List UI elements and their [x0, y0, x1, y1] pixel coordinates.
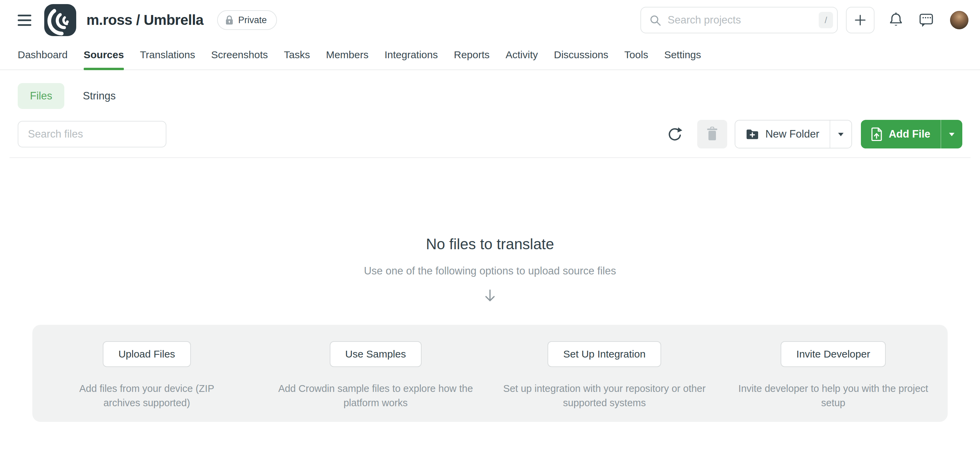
- refresh-button[interactable]: [666, 125, 684, 143]
- refresh-icon: [667, 126, 683, 142]
- files-toolbar: New Folder Add File: [18, 120, 962, 149]
- lock-icon: [224, 15, 234, 25]
- search-shortcut-hint: /: [819, 12, 833, 28]
- add-file-button[interactable]: Add File: [861, 120, 940, 149]
- create-project-button[interactable]: [846, 7, 875, 34]
- toolbar-divider: [10, 157, 970, 158]
- tab-screenshots[interactable]: Screenshots: [211, 40, 268, 69]
- use-samples-option: Use Samples Add Crowdin sample files to …: [261, 325, 490, 410]
- invite-developer-button[interactable]: Invite Developer: [781, 341, 886, 367]
- top-bar: m.ross / Umbrella Private /: [0, 0, 980, 40]
- chevron-down-icon: [837, 132, 844, 137]
- set-up-integration-option: Set Up Integration Set up integration wi…: [490, 325, 719, 410]
- invite-developer-description: Invite developer to help you with the pr…: [735, 381, 932, 410]
- hamburger-menu-icon[interactable]: [18, 13, 33, 27]
- add-file-dropdown-button[interactable]: [940, 120, 962, 149]
- tab-integrations[interactable]: Integrations: [385, 40, 438, 69]
- privacy-badge-label: Private: [238, 15, 267, 26]
- set-up-integration-button[interactable]: Set Up Integration: [547, 341, 661, 367]
- empty-state-subtitle: Use one of the following options to uplo…: [18, 265, 962, 277]
- tab-sources[interactable]: Sources: [84, 40, 124, 69]
- project-nav-tabs: Dashboard Sources Translations Screensho…: [0, 40, 980, 70]
- tab-translations[interactable]: Translations: [140, 40, 195, 69]
- subtab-files[interactable]: Files: [18, 83, 64, 109]
- search-projects-input[interactable]: [640, 7, 838, 34]
- file-upload-icon: [871, 127, 883, 141]
- bell-icon: [889, 12, 903, 28]
- upload-files-button[interactable]: Upload Files: [103, 341, 191, 367]
- invite-developer-option: Invite Developer Invite developer to hel…: [719, 325, 948, 410]
- search-icon: [649, 14, 662, 27]
- upload-options-panel: Upload Files Add files from your device …: [32, 325, 948, 422]
- user-avatar[interactable]: [950, 11, 969, 29]
- tab-settings[interactable]: Settings: [664, 40, 701, 69]
- new-folder-split-button: New Folder: [735, 120, 852, 149]
- empty-state: No files to translate Use one of the fol…: [18, 236, 962, 304]
- notifications-button[interactable]: [889, 12, 903, 28]
- empty-state-title: No files to translate: [18, 236, 962, 252]
- upload-files-description: Add files from your device (ZIP archives…: [75, 381, 218, 410]
- delete-button[interactable]: [697, 120, 727, 149]
- global-search: /: [640, 7, 838, 34]
- chevron-down-icon: [948, 132, 955, 137]
- new-folder-dropdown-button[interactable]: [830, 121, 851, 148]
- use-samples-description: Add Crowdin sample files to explore how …: [277, 381, 474, 410]
- tab-activity[interactable]: Activity: [506, 40, 538, 69]
- new-folder-label: New Folder: [765, 128, 819, 140]
- sources-subtabs: Files Strings: [18, 83, 962, 109]
- sources-page: Files Strings: [0, 83, 980, 422]
- project-breadcrumb-title: m.ross / Umbrella: [86, 12, 204, 28]
- tab-dashboard[interactable]: Dashboard: [18, 40, 68, 69]
- upload-files-option: Upload Files Add files from your device …: [32, 325, 261, 410]
- tab-members[interactable]: Members: [326, 40, 369, 69]
- tab-tools[interactable]: Tools: [624, 40, 648, 69]
- tab-reports[interactable]: Reports: [454, 40, 490, 69]
- tab-tasks[interactable]: Tasks: [284, 40, 310, 69]
- messages-button[interactable]: [919, 13, 934, 27]
- use-samples-button[interactable]: Use Samples: [330, 341, 422, 367]
- add-file-label: Add File: [889, 128, 930, 140]
- subtab-strings[interactable]: Strings: [79, 83, 119, 109]
- add-file-split-button: Add File: [861, 120, 962, 149]
- chat-bubble-icon: [919, 13, 934, 27]
- tab-discussions[interactable]: Discussions: [554, 40, 608, 69]
- plus-icon: [853, 13, 867, 27]
- arrow-down-icon: [18, 288, 962, 304]
- folder-plus-icon: [746, 128, 759, 140]
- search-files-input[interactable]: [18, 121, 166, 147]
- set-up-integration-description: Set up integration with your repository …: [502, 381, 706, 410]
- crowdin-logo-icon[interactable]: [44, 4, 76, 36]
- privacy-badge: Private: [217, 10, 277, 30]
- trash-icon: [705, 127, 719, 142]
- new-folder-button[interactable]: New Folder: [735, 121, 830, 148]
